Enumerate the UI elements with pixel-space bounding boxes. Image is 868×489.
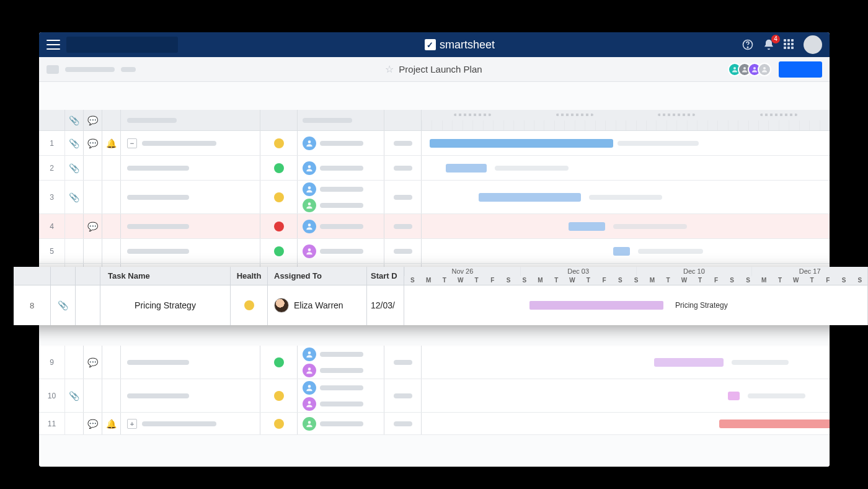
week-label: Dec 17 bbox=[751, 267, 867, 276]
share-button[interactable] bbox=[779, 61, 822, 78]
reminder-icon[interactable]: 🔔 bbox=[106, 138, 117, 148]
health-indicator bbox=[274, 357, 284, 367]
menu-icon[interactable] bbox=[46, 40, 60, 50]
col-header-assigned[interactable]: Assigned To bbox=[268, 267, 367, 285]
gantt-bar[interactable] bbox=[569, 222, 605, 231]
day-label: F bbox=[820, 276, 836, 285]
assigned-to-cell[interactable]: Eliza Warren bbox=[268, 285, 367, 325]
col-header-health[interactable]: Health bbox=[231, 267, 268, 285]
focus-row[interactable]: 8 📎 Pricing Strategy Eliza Warren 12/03/… bbox=[14, 285, 868, 325]
attachment-icon[interactable]: 📎 bbox=[69, 391, 79, 401]
week-label: Nov 26 bbox=[404, 267, 520, 276]
focus-row-overlay: Task Name Health Assigned To Start D Nov… bbox=[14, 267, 868, 325]
help-icon[interactable] bbox=[742, 38, 754, 51]
toolbar-placeholder bbox=[65, 67, 115, 72]
assignee-chip bbox=[303, 364, 379, 377]
favorite-star-icon[interactable]: ☆ bbox=[385, 63, 394, 75]
day-label: M bbox=[420, 276, 436, 285]
search-input[interactable] bbox=[66, 37, 178, 53]
gantt-bar[interactable] bbox=[613, 247, 629, 256]
day-label: T bbox=[692, 276, 708, 285]
profile-avatar[interactable] bbox=[804, 35, 822, 54]
day-label: S bbox=[500, 276, 516, 285]
table-row[interactable]: 10📎 bbox=[39, 379, 830, 413]
top-actions: 4 bbox=[742, 35, 822, 54]
gantt-bar[interactable] bbox=[654, 358, 724, 367]
attachment-icon[interactable]: 📎 bbox=[58, 300, 68, 310]
start-date-cell[interactable]: 12/03/ bbox=[367, 285, 404, 325]
expand-icon[interactable]: + bbox=[127, 419, 137, 429]
day-label: S bbox=[740, 276, 756, 285]
col-header-start[interactable]: Start D bbox=[367, 267, 404, 285]
day-label: T bbox=[772, 276, 788, 285]
collapse-icon[interactable]: − bbox=[127, 138, 137, 148]
gantt-bar[interactable] bbox=[728, 392, 740, 400]
day-label: S bbox=[836, 276, 852, 285]
svg-point-15 bbox=[308, 385, 311, 388]
gantt-bar[interactable] bbox=[719, 419, 830, 428]
table-row[interactable]: 11💬🔔+ bbox=[39, 413, 830, 435]
gantt-bar[interactable] bbox=[479, 193, 581, 202]
table-row[interactable]: 9💬 bbox=[39, 346, 830, 379]
row-number: 8 bbox=[14, 285, 51, 325]
comment-icon[interactable]: 💬 bbox=[87, 419, 98, 429]
day-label: S bbox=[404, 276, 420, 285]
assignee-chip bbox=[303, 161, 379, 175]
notifications-icon[interactable]: 4 bbox=[763, 38, 775, 51]
week-label: Dec 03 bbox=[520, 267, 636, 276]
task-name-cell[interactable]: Pricing Strategy bbox=[100, 285, 231, 325]
day-label: T bbox=[548, 276, 564, 285]
svg-point-14 bbox=[308, 367, 311, 370]
table-row[interactable]: 3📎 bbox=[39, 181, 830, 214]
table-row[interactable]: 4💬 bbox=[39, 214, 830, 239]
day-label: M bbox=[644, 276, 660, 285]
health-indicator bbox=[274, 163, 284, 173]
svg-point-5 bbox=[763, 67, 766, 70]
table-row[interactable]: 1📎💬🔔− bbox=[39, 131, 830, 156]
gantt-bar[interactable] bbox=[529, 301, 664, 310]
toolbar-placeholder bbox=[121, 67, 136, 72]
grid-header: 📎 💬 bbox=[39, 110, 830, 131]
attachment-icon[interactable]: 📎 bbox=[69, 192, 79, 202]
attachment-icon[interactable]: 📎 bbox=[69, 163, 79, 173]
day-label: S bbox=[628, 276, 644, 285]
svg-point-1 bbox=[747, 47, 748, 48]
comment-icon[interactable]: 💬 bbox=[87, 357, 98, 367]
col-header-task[interactable]: Task Name bbox=[100, 267, 231, 285]
brand-text: smartsheet bbox=[440, 38, 495, 52]
assignee-name: Eliza Warren bbox=[294, 300, 343, 310]
titlebar: ☆ Project Launch Plan bbox=[39, 57, 830, 82]
svg-point-11 bbox=[308, 248, 311, 251]
assignee-chip bbox=[303, 244, 379, 258]
reminder-icon[interactable]: 🔔 bbox=[106, 419, 117, 429]
row-number: 2 bbox=[39, 156, 65, 180]
toolbar-placeholder bbox=[46, 65, 59, 74]
svg-point-7 bbox=[308, 165, 311, 168]
attachment-icon[interactable]: 📎 bbox=[69, 138, 79, 148]
gantt-cell[interactable]: Pricing Strategy bbox=[404, 285, 868, 325]
svg-point-10 bbox=[308, 223, 311, 227]
comment-icon[interactable]: 💬 bbox=[87, 138, 98, 148]
day-label: M bbox=[532, 276, 548, 285]
row-number: 10 bbox=[39, 379, 65, 412]
assignee-chip bbox=[303, 220, 379, 233]
svg-point-3 bbox=[743, 67, 746, 70]
day-label: S bbox=[612, 276, 628, 285]
comment-header-icon: 💬 bbox=[87, 115, 98, 125]
presence-stack[interactable] bbox=[732, 63, 771, 76]
assignee-chip bbox=[303, 381, 379, 395]
gantt-bar[interactable] bbox=[430, 139, 613, 148]
comment-icon[interactable]: 💬 bbox=[87, 222, 98, 231]
table-row[interactable]: 2📎 bbox=[39, 156, 830, 181]
day-label: T bbox=[468, 276, 484, 285]
apps-icon[interactable] bbox=[784, 39, 795, 50]
topbar: ✓ smartsheet 4 bbox=[39, 32, 830, 57]
assignee-chip bbox=[303, 137, 379, 150]
day-label: S bbox=[724, 276, 740, 285]
day-label: F bbox=[708, 276, 724, 285]
day-label: T bbox=[660, 276, 676, 285]
gantt-bar[interactable] bbox=[446, 164, 487, 173]
table-row[interactable]: 5 bbox=[39, 239, 830, 264]
svg-point-17 bbox=[308, 421, 311, 424]
day-label: M bbox=[756, 276, 772, 285]
